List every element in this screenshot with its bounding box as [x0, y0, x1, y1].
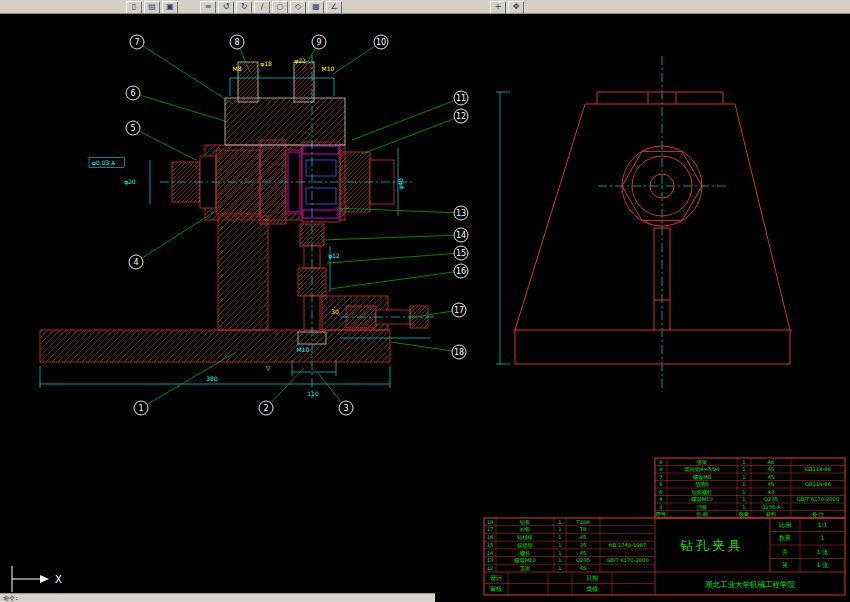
titleblock-cell: Q235-A — [761, 504, 781, 510]
titleblock-cell: 螺母M10 — [691, 496, 712, 503]
file-group: ▯▤▣ — [126, 0, 178, 14]
circle-icon[interactable]: ○ — [272, 1, 288, 14]
dimension-label: ▽ — [266, 364, 271, 371]
titleblock-cell: 45 — [580, 550, 587, 556]
titleblock-cell: 1 — [558, 519, 561, 525]
leader-line — [266, 368, 304, 408]
polygon-icon[interactable]: ◇ — [290, 1, 306, 14]
line-icon[interactable]: ∕ — [254, 1, 270, 14]
leader-line — [322, 235, 461, 240]
titleblock-cell: 3 — [659, 504, 662, 510]
zoom-icon[interactable]: + — [490, 1, 506, 14]
titleblock-cell: 螺母M10 — [514, 557, 535, 564]
leader-line — [133, 128, 196, 160]
titleblock-cell: 7 — [659, 474, 662, 480]
titleblock-cell: 45 — [768, 466, 775, 472]
titleblock-cell: 日期 — [586, 574, 598, 582]
dimension-label: M10 — [297, 346, 310, 353]
titleblock-cell: A6 — [768, 459, 775, 465]
titleblock-cell: 1 — [742, 459, 745, 465]
titleblock-cell: 审核 — [490, 585, 502, 592]
dimension-label: φ20 — [124, 178, 136, 186]
titleblock-cell: 1 — [558, 526, 561, 532]
dimension-label: 380 — [206, 375, 218, 382]
balloon-number: 12 — [456, 112, 466, 121]
drawing-canvas[interactable]: 123456789101112131415161718 M8φ18φ22M10φ… — [0, 0, 850, 602]
titleblock-cell: 8 — [659, 466, 662, 472]
titleblock-cell: 设计 — [490, 574, 502, 581]
titleblock-cell: 铰链销 — [517, 542, 533, 549]
titleblock-cell: 45 — [768, 481, 775, 487]
dimension-label: φ18 — [260, 60, 272, 68]
titleblock-cell: 弹簧 — [697, 459, 707, 466]
balloon-number: 14 — [456, 231, 466, 240]
pan-icon[interactable]: ✥ — [508, 1, 524, 14]
titleblock-cell: 45 — [768, 474, 775, 480]
titleblock-cell: 钻套 — [519, 519, 530, 526]
titleblock-cell: Q235 — [764, 496, 778, 502]
balloon-number: 6 — [130, 89, 135, 98]
edit-group: ≡↺↻∕○◇▦∠ — [200, 0, 342, 14]
titleblock-cell: 1 — [742, 481, 745, 487]
balloon-number: 11 — [456, 94, 466, 103]
balloon-number: 17 — [454, 306, 464, 315]
open-file-icon[interactable]: ▤ — [144, 1, 160, 14]
undo-icon[interactable]: ↺ — [218, 1, 234, 14]
save-icon[interactable]: ▣ — [162, 1, 178, 14]
titleblock-cell: T8 — [579, 526, 586, 532]
titleblock-cell: 1 — [742, 504, 745, 510]
titleblock-cell: 比例 — [779, 521, 791, 529]
hatch-icon[interactable]: ▦ — [308, 1, 324, 14]
titleblock-title: 钻孔夹具 — [680, 538, 744, 553]
titleblock-cell: A3 — [768, 489, 775, 495]
view-group: +✥ — [490, 0, 524, 14]
titleblock-cell: 9 — [659, 459, 662, 465]
titleblock-cell: 1 张 — [817, 561, 829, 569]
dimension-label: φ22 — [294, 57, 306, 65]
leader-line — [136, 212, 214, 262]
balloon-number: 5 — [130, 124, 135, 133]
balloon-number: 4 — [133, 258, 138, 267]
titleblock-cell: GB119-86 — [805, 481, 831, 487]
titleblock-cell: 序号 — [655, 511, 666, 517]
cad-window: ▯▤▣≡↺↻∕○◇▦∠+✥ — [0, 0, 850, 602]
titleblock-cell: 螺杆 — [520, 550, 531, 556]
titleblock-cell: HB 1740-1987 — [609, 542, 646, 548]
titleblock-cell: 13 — [487, 557, 494, 563]
dimension-label: φ0.03 A — [92, 159, 116, 167]
balloon-number: 18 — [454, 348, 464, 357]
balloon-number: 9 — [316, 38, 321, 47]
titleblock-cell: 5 — [659, 489, 662, 495]
dimension-label: 30 — [331, 308, 339, 315]
dimension-label: φ40 — [397, 178, 405, 190]
leader-line — [391, 342, 459, 352]
titleblock-cell: 1 — [742, 496, 745, 502]
dimension-label: φ12 — [328, 252, 340, 260]
new-file-icon[interactable]: ▯ — [126, 1, 142, 14]
titleblock-cell: 名 称 — [695, 511, 709, 518]
titleblock-cell: 1 — [558, 542, 561, 548]
titleblock-cell: 1 — [558, 557, 561, 563]
drill-template — [225, 62, 345, 145]
titleblock-cell: 1 — [558, 550, 561, 556]
titleblock-cell: GB/T 6170-2000 — [606, 557, 648, 563]
dimension-icon[interactable]: ∠ — [326, 1, 342, 14]
leader-line — [352, 98, 461, 140]
balloon-number: 2 — [263, 404, 268, 413]
leader-line — [362, 116, 461, 154]
leader-line — [137, 42, 233, 104]
leader-line — [327, 253, 461, 263]
balloon-number: 8 — [234, 38, 239, 47]
print-icon[interactable]: ≡ — [200, 1, 216, 14]
titleblock-cell: 第 — [782, 561, 788, 568]
redo-icon[interactable]: ↻ — [236, 1, 252, 14]
titleblock-cell: 1 张 — [817, 548, 829, 556]
balloon-number: 16 — [456, 267, 466, 276]
command-line[interactable]: 命令: — [0, 593, 435, 602]
titleblock-cell: 17 — [487, 526, 494, 532]
titleblock-cell: 衬套 — [520, 526, 530, 533]
titleblock-cell: 14 — [487, 550, 494, 556]
titleblock-cell: 数量 — [779, 534, 791, 541]
titleblock-cell: Q235 — [576, 557, 590, 563]
dimension-label: 110 — [307, 390, 319, 397]
